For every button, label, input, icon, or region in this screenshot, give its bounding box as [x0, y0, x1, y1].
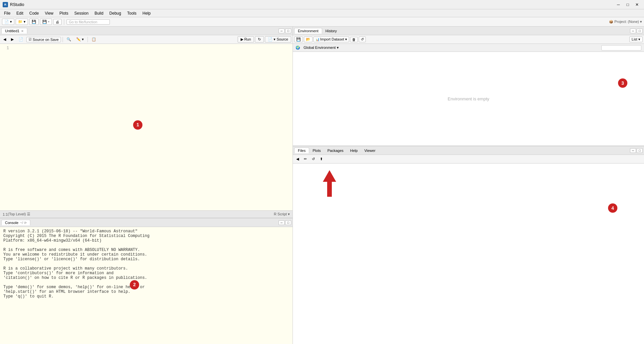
console-line-blank1 [3, 243, 289, 248]
files-minimize-btn[interactable]: ─ [630, 148, 636, 153]
re-run-button[interactable]: ↻ [255, 36, 264, 43]
list-view-btn[interactable]: List ▾ [629, 37, 643, 42]
files-refresh-btn[interactable]: ↺ [310, 156, 317, 162]
maximize-button[interactable]: □ [623, 1, 632, 8]
red-arrow-up-icon [323, 170, 336, 197]
menu-edit[interactable]: Edit [14, 10, 26, 16]
env-tab-bar: Environment History ─ □ [293, 27, 644, 35]
env-open-btn[interactable]: 📂 [304, 37, 313, 42]
editor-tab-untitled1[interactable]: Untitled1 ✕ [1, 28, 27, 34]
window-controls: ─ □ ✕ [614, 1, 641, 8]
menu-plots[interactable]: Plots [57, 10, 71, 16]
tab-packages[interactable]: Packages [324, 148, 347, 153]
files-edit-btn[interactable]: ✏ [302, 156, 309, 162]
menu-file[interactable]: File [1, 10, 13, 16]
tab-viewer[interactable]: Viewer [361, 148, 379, 153]
env-search-input[interactable] [601, 45, 641, 51]
console-line-8: Type 'contributors()' for more informati… [3, 271, 289, 276]
console-line-12: Type 'q()' to quit R. [3, 294, 289, 299]
compile-notebook-button[interactable]: 📋 [90, 37, 98, 42]
editor-content[interactable]: 1 1 [0, 44, 293, 210]
console-pane-controls: ─ □ [279, 220, 291, 225]
code-level: (Top Level) ☰ [8, 212, 30, 216]
menu-build[interactable]: Build [92, 10, 106, 16]
env-maximize-btn[interactable]: □ [637, 29, 643, 33]
file-type[interactable]: R Script ▾ [274, 212, 290, 216]
console-line-1: R version 3.2.1 (2015-06-18) -- "World-F… [3, 229, 289, 234]
console-line-11: 'help.start()' for an HTML browser inter… [3, 289, 289, 294]
console-line-2: Copyright (C) 2015 The R Foundation for … [3, 234, 289, 238]
env-refresh-btn[interactable]: ↺ [359, 37, 366, 42]
editor-pane: Untitled1 ✕ ─ □ ◀ ▶ 📄 ☑ Source on Save [0, 27, 293, 218]
minimize-button[interactable]: ─ [614, 1, 623, 8]
env-empty-message: Environment is empty [448, 96, 489, 101]
editor-maximize-btn[interactable]: □ [285, 29, 291, 33]
undo-button[interactable]: ◀ [1, 37, 8, 42]
env-pane-controls: ─ □ [630, 29, 643, 33]
menu-help[interactable]: Help [140, 10, 153, 16]
files-tab-bar: Files Plots Packages Help Viewer ─ □ [293, 146, 644, 155]
editor-tab-bar: Untitled1 ✕ ─ □ [0, 27, 293, 35]
console-minimize-btn[interactable]: ─ [279, 220, 285, 225]
console-line-6: Type 'license()' or 'licence()' for dist… [3, 257, 289, 262]
editor-toolbar: ◀ ▶ 📄 ☑ Source on Save 🔍 ✏️ ▾ 📋 ▶ Run [0, 35, 293, 44]
files-content: 4 [293, 164, 644, 344]
code-tools-button[interactable]: ✏️ ▾ [74, 37, 86, 42]
env-save-btn[interactable]: 💾 [294, 37, 303, 42]
env-clear-btn[interactable]: 🗑 [350, 37, 358, 42]
console-maximize-btn[interactable]: □ [285, 220, 291, 225]
global-toolbar: 📄▾ 📁▾ 💾 💾+ 🖨 Go to file/function 📦 Proje… [0, 17, 644, 27]
annotation-3: 3 [618, 78, 627, 88]
console-tab[interactable]: Console ~/ ⟳ [1, 220, 30, 225]
redo-button[interactable]: ▶ [9, 37, 16, 42]
tab-plots[interactable]: Plots [309, 148, 324, 153]
run-button[interactable]: ▶ Run [238, 36, 254, 43]
open-file-button[interactable]: 📁▾ [16, 19, 28, 25]
close-button[interactable]: ✕ [633, 1, 641, 8]
red-arrow-container [323, 170, 336, 197]
tab-environment[interactable]: Environment [294, 28, 322, 34]
env-import-dataset-btn[interactable]: 📊 Import Dataset ▾ [314, 37, 349, 42]
svg-marker-0 [323, 170, 336, 197]
console-line-3: Platform: x86_64-w64-mingw32/x64 (64-bit… [3, 238, 289, 243]
console-line-blank3 [3, 280, 289, 285]
console-line-5: You are welcome to redistribute it under… [3, 252, 289, 257]
files-maximize-btn[interactable]: □ [637, 148, 643, 153]
console-line-7: R is a collaborative project with many c… [3, 266, 289, 271]
source-on-save-btn[interactable]: ☑ Source on Save [26, 37, 61, 42]
source-button[interactable]: 📄▾ Source [265, 36, 291, 43]
env-minimize-btn[interactable]: ─ [630, 29, 636, 33]
project-label[interactable]: 📦 Project: (None) ▾ [609, 20, 642, 24]
files-pane: Files Plots Packages Help Viewer ─ □ ◀ ✏… [293, 146, 644, 344]
goto-file-input[interactable]: Go to file/function [67, 19, 110, 25]
menu-tools[interactable]: Tools [124, 10, 139, 16]
tab-help[interactable]: Help [347, 148, 361, 153]
save-all-button[interactable]: 💾+ [40, 19, 52, 25]
environment-pane: Environment History ─ □ 💾 📂 📊 [293, 27, 644, 146]
annotation-4: 4 [608, 203, 617, 213]
menu-debug[interactable]: Debug [107, 10, 124, 16]
editor-minimize-btn[interactable]: ─ [279, 29, 285, 33]
console-line-10: Type 'demo()' for some demos, 'help()' f… [3, 285, 289, 289]
console-pane: Console ~/ ⟳ ─ □ R version 3.2.1 (2015-0… [0, 218, 293, 344]
new-file-button[interactable]: 📄▾ [2, 19, 14, 25]
main-layout: Untitled1 ✕ ─ □ ◀ ▶ 📄 ☑ Source on Save [0, 27, 644, 344]
tab-files[interactable]: Files [294, 148, 309, 153]
editor-text-area[interactable] [12, 45, 293, 209]
search-button[interactable]: 🔍 [65, 37, 73, 42]
print-button[interactable]: 🖨 [53, 19, 62, 25]
menu-code[interactable]: Code [27, 10, 42, 16]
files-pane-controls: ─ □ [630, 148, 643, 153]
editor-status-bar: 1:1 (Top Level) ☰ R Script ▾ [0, 210, 293, 218]
menu-session[interactable]: Session [72, 10, 91, 16]
files-back-btn[interactable]: ◀ [294, 156, 301, 162]
console-line-blank2 [3, 262, 289, 266]
cursor-position: 1:1 [3, 212, 8, 216]
new-script-button[interactable]: 📄 [17, 37, 25, 42]
files-install-btn[interactable]: ⬆ [318, 156, 325, 162]
tab-history[interactable]: History [322, 28, 340, 34]
save-button[interactable]: 💾 [29, 19, 39, 25]
global-env-dropdown[interactable]: Global Environment ▾ [302, 45, 341, 51]
editor-tab-close-icon[interactable]: ✕ [21, 29, 24, 33]
menu-view[interactable]: View [42, 10, 56, 16]
